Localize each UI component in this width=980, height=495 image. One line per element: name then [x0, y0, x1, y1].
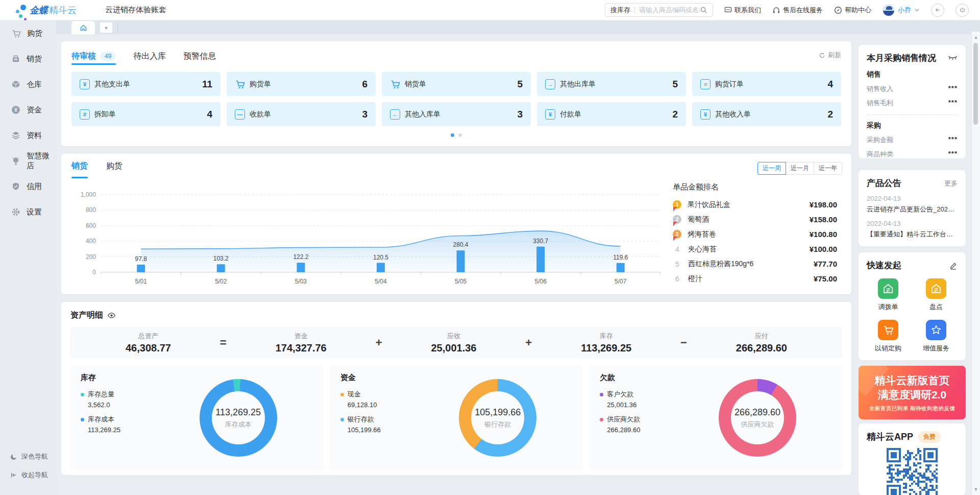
banner-line2: 满意度调研2.0	[878, 388, 946, 402]
svg-text:120.5: 120.5	[373, 254, 388, 261]
carousel-dot-1[interactable]	[451, 133, 454, 137]
doc-card-receipt[interactable]: — 收款单 3	[227, 102, 376, 126]
search-category[interactable]: 搜库存	[610, 6, 630, 15]
trend-chart: 02004006008001,0005/015/025/035/045/055/…	[71, 179, 673, 291]
doc-card-payment[interactable]: ¥ 付款单 2	[537, 102, 686, 126]
svg-text:1,000: 1,000	[81, 191, 96, 198]
ranking-row[interactable]: 4 夹心海苔 ¥100.00	[673, 242, 837, 256]
bronze-medal-icon: 3	[673, 230, 681, 239]
scroll-down-arrow[interactable]: ▼	[972, 487, 980, 492]
doc-card-other-income[interactable]: ¥ 其他收入单 2	[692, 102, 841, 126]
search-input[interactable]	[639, 6, 700, 14]
doc-card-disassembly[interactable]: # 拆卸单 4	[71, 102, 220, 126]
svg-text:¥: ¥	[14, 107, 17, 113]
more-link[interactable]: 更多	[944, 179, 958, 188]
tab-pending-approval[interactable]: 待审核 49	[71, 48, 116, 65]
dark-nav-toggle[interactable]: 深色导航	[0, 452, 56, 461]
refresh-icon	[819, 52, 825, 59]
after-sales-service-link[interactable]: 售后在线服务	[772, 6, 823, 15]
sidebar-item-settings[interactable]: 设置	[0, 199, 56, 225]
power-circle-button[interactable]	[955, 4, 969, 17]
quick-action-transfer[interactable]: 调拨单	[867, 278, 910, 312]
user-menu[interactable]: 小乔	[883, 4, 920, 16]
doc-card-other-outbound[interactable]: → 其他出库单 5	[537, 72, 686, 96]
tab-pending-in-out[interactable]: 待出入库	[133, 48, 166, 65]
asset-detail-card: 资产明细 总资产46,308.77 = 资金174,327.76 + 应收25,…	[61, 302, 851, 475]
brand-logo[interactable]: 金蝶 精斗云	[12, 2, 89, 19]
tab-purchase[interactable]: 购货	[106, 161, 122, 176]
svg-text:119.6: 119.6	[613, 254, 628, 261]
stat-row: 销售毛利 ***	[867, 99, 958, 108]
stat-total-assets: 总资产46,308.77	[126, 332, 171, 354]
debt-donut-chart[interactable]: 266,289.60 供应商欠款	[719, 379, 796, 457]
income-doc-icon: ¥	[700, 109, 710, 120]
doc-card-purchase[interactable]: 购货单 6	[227, 72, 376, 96]
eye-icon[interactable]	[107, 311, 116, 320]
funds-donut-chart[interactable]: 105,199.66 银行存款	[459, 379, 536, 457]
svg-text:103.2: 103.2	[213, 255, 229, 262]
doc-card-other-expense[interactable]: ¥ 其他支出单 11	[71, 72, 220, 96]
range-month-button[interactable]: 近一月	[786, 162, 814, 175]
sales-cart-icon	[390, 79, 400, 89]
home-tab[interactable]	[71, 21, 95, 34]
carousel-dot-2[interactable]	[458, 133, 462, 137]
range-week-button[interactable]: 近一周	[757, 162, 786, 175]
sidebar-item-warehouse[interactable]: 仓库	[0, 72, 56, 97]
svg-text:5/01: 5/01	[135, 278, 148, 285]
collapse-nav-button[interactable]: 收起导航	[0, 470, 56, 480]
tab-dropdown-button[interactable]: ▾	[100, 22, 112, 33]
legend-item: 库存成本 113,269.25	[81, 415, 313, 434]
monthly-summary-card: 本月采购销售情况 销售 销售收入 *** 销售毛利 *** 采购 采购金额 **…	[859, 45, 966, 158]
asset-detail-title: 资产明细	[70, 310, 103, 321]
headset-icon	[772, 6, 780, 14]
edit-icon[interactable]	[949, 262, 958, 270]
doc-card-purchase-order[interactable]: ≡ 购货订单 4	[692, 72, 841, 96]
ranking-row[interactable]: 2 葡萄酒 ¥158.00	[673, 212, 837, 227]
app-qr-code	[887, 448, 938, 495]
sidebar-item-sales[interactable]: 销货	[0, 46, 56, 72]
range-year-button[interactable]: 近一年	[814, 162, 842, 175]
user-name: 小乔	[898, 6, 911, 15]
sidebar-item-funds[interactable]: ¥ 资金	[0, 97, 56, 123]
quick-action-value-added[interactable]: 增值服务	[915, 320, 958, 353]
announcement-link[interactable]: 【重要通知】精斗云工作台域...	[867, 230, 958, 239]
search-icon[interactable]	[700, 6, 707, 14]
back-circle-button[interactable]	[931, 4, 944, 17]
sidebar-item-micro-store[interactable]: 智慧微店	[0, 148, 56, 174]
sidebar-item-credit[interactable]: 信用	[0, 174, 56, 199]
tab-alerts[interactable]: 预警信息	[183, 48, 216, 65]
quick-action-sales-based-purchase[interactable]: 以销定购	[867, 320, 910, 353]
ranking-row[interactable]: 5 西红柿意粉酱190g*6 ¥77.70	[673, 256, 837, 271]
quick-action-stocktake[interactable]: 盘点	[915, 278, 958, 312]
settings-icon	[11, 207, 20, 217]
sidebar-item-purchase[interactable]: 购货	[0, 20, 56, 46]
contact-us-link[interactable]: 联系我们	[724, 6, 761, 15]
tab-sales[interactable]: 销货	[71, 161, 88, 176]
funds-icon: ¥	[11, 105, 20, 114]
doc-card-sales[interactable]: 销货单 5	[382, 72, 531, 96]
help-center-link[interactable]: 帮助中心	[834, 6, 871, 15]
svg-text:5/03: 5/03	[295, 278, 307, 285]
inventory-search[interactable]: 搜库存	[605, 3, 713, 17]
inventory-donut-chart[interactable]: 113,269.25 库存成本	[200, 379, 277, 457]
page-scrollbar[interactable]: ▲ ▼	[971, 32, 980, 495]
stat-receivable: 应收25,001.36	[431, 332, 476, 354]
ranking-row[interactable]: 3 烤海苔卷 ¥100.80	[673, 227, 837, 242]
stat-payable: 应付266,289.60	[736, 332, 787, 354]
purchase-order-icon: ≡	[700, 79, 710, 89]
svg-text:400: 400	[86, 238, 96, 245]
eye-closed-icon[interactable]	[948, 55, 958, 62]
survey-banner[interactable]: 精斗云新版首页 满意度调研2.0 全新首页已到来 期待收到您的反馈	[859, 366, 966, 419]
receipt-doc-icon: —	[235, 109, 245, 120]
ranking-row[interactable]: 1 果汁饮品礼盒 ¥198.00	[673, 197, 837, 212]
quick-launch-card: 快速发起 调拨单 盘点 以销定购	[859, 252, 966, 360]
ranking-row[interactable]: 6 橙汁 ¥75.00	[673, 271, 837, 286]
sidebar-item-data[interactable]: 资料	[0, 123, 56, 148]
doc-card-other-inbound[interactable]: ← 其他入库单 3	[382, 102, 531, 126]
scrollbar-thumb[interactable]	[973, 43, 978, 125]
scroll-up-arrow[interactable]: ▲	[972, 35, 980, 40]
announcements-card: 产品公告 更多 2022-04-13 云进销存产品更新公告_20220... 2…	[859, 170, 966, 246]
refresh-button[interactable]: 刷新	[819, 51, 841, 60]
announcement-link[interactable]: 云进销存产品更新公告_20220...	[867, 205, 958, 214]
stat-row: 采购金额 ***	[867, 135, 958, 145]
